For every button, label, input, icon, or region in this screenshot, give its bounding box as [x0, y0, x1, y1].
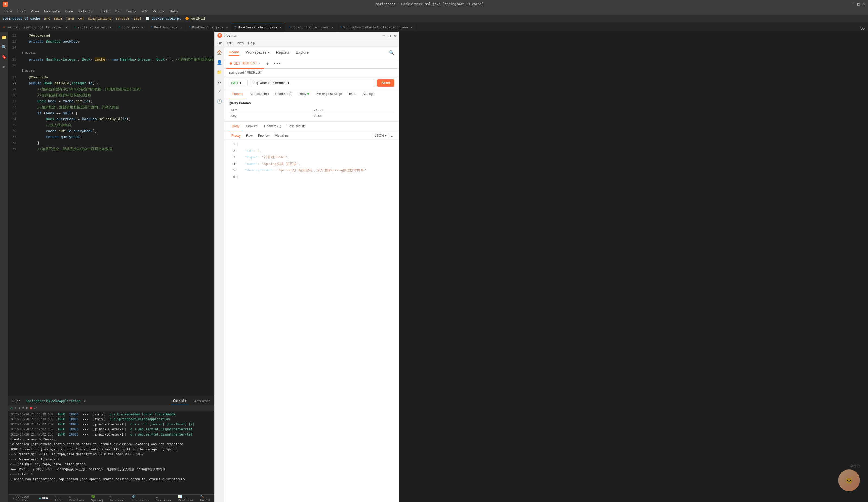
- menu-run[interactable]: Run: [113, 9, 123, 14]
- postman-request-tab[interactable]: GET 测试REST ×: [227, 59, 264, 69]
- postman-user-icon[interactable]: 👤: [216, 59, 223, 65]
- maximize-button[interactable]: □: [857, 2, 860, 6]
- status-tab-version-control[interactable]: ⑂ Version Control: [10, 494, 35, 502]
- run-stop-icon[interactable]: ■: [30, 406, 32, 410]
- postman-clock-icon[interactable]: 🕐: [216, 98, 223, 104]
- postman-add-tab[interactable]: +: [264, 61, 271, 66]
- req-tab-tests[interactable]: Tests: [345, 89, 359, 99]
- status-tab-endpoints[interactable]: 🔗 Endpoints: [130, 494, 151, 502]
- breadcrumb-com[interactable]: com: [78, 17, 84, 20]
- breadcrumb-main[interactable]: main: [54, 17, 62, 20]
- run-expand-icon[interactable]: ⤢: [34, 406, 37, 410]
- menu-navigate[interactable]: Navigate: [42, 9, 62, 14]
- breadcrumb-dingjiaxiong[interactable]: dingjiaxiong: [88, 17, 112, 20]
- tab-close-bookserviceimpl[interactable]: ×: [280, 25, 282, 30]
- menu-help[interactable]: Help: [168, 9, 180, 14]
- tab-pom-xml[interactable]: m pom.xml (springboot_19_cache) ×: [0, 23, 71, 31]
- res-tab-body[interactable]: Body: [229, 122, 242, 131]
- breadcrumb-impl[interactable]: impl: [133, 17, 141, 20]
- postman-folder-icon[interactable]: 📁: [216, 69, 223, 75]
- minimize-button[interactable]: ─: [852, 2, 854, 6]
- req-tab-pre-request[interactable]: Pre-request Script: [312, 89, 345, 99]
- params-key-input[interactable]: [231, 114, 310, 118]
- postman-search-area[interactable]: 🔍: [389, 50, 394, 55]
- status-tab-profiler[interactable]: 📊 Profiler: [176, 494, 196, 502]
- run-restart-icon[interactable]: ↺: [10, 406, 12, 410]
- status-tab-problems[interactable]: ⚠ Problems: [67, 494, 87, 502]
- run-filter-icon[interactable]: ≡: [22, 406, 24, 410]
- req-tab-headers[interactable]: Headers (9): [272, 89, 296, 99]
- postman-menu-view[interactable]: View: [237, 41, 244, 45]
- postman-image-icon[interactable]: 🖼: [216, 88, 223, 95]
- tab-close-springboot19[interactable]: ×: [410, 25, 413, 30]
- menu-edit[interactable]: Edit: [16, 9, 28, 14]
- res-tab-headers[interactable]: Headers (5): [261, 122, 285, 131]
- postman-nav-explore[interactable]: Explore: [296, 50, 309, 55]
- tab-book-java[interactable]: B Book.java ×: [115, 23, 148, 31]
- params-value-input[interactable]: [314, 114, 393, 118]
- tab-springboot19-java[interactable]: S Springboot19CacheApplication.java ×: [337, 23, 416, 31]
- postman-window-controls[interactable]: ─ □ ✕: [383, 33, 396, 38]
- req-tab-authorization[interactable]: Authorization: [246, 89, 272, 99]
- status-tab-spring[interactable]: 🌿 Spring: [89, 494, 105, 502]
- window-controls[interactable]: ─ □ ✕: [852, 2, 865, 6]
- tab-close-pom[interactable]: ×: [66, 25, 68, 30]
- url-input[interactable]: [250, 79, 375, 87]
- postman-menu-help[interactable]: Help: [248, 41, 255, 45]
- req-tab-params[interactable]: Params: [229, 89, 246, 99]
- fmt-tab-preview[interactable]: Preview: [255, 131, 272, 140]
- req-tab-settings[interactable]: Settings: [359, 89, 378, 99]
- postman-data-icon[interactable]: 🗂: [216, 79, 223, 85]
- activity-run[interactable]: ▶: [1, 63, 7, 70]
- res-tab-cookies[interactable]: Cookies: [242, 122, 261, 131]
- tab-bookservice-java[interactable]: I BookService.java ×: [186, 23, 232, 31]
- menu-file[interactable]: File: [2, 9, 14, 14]
- postman-tab-more[interactable]: •••: [271, 61, 283, 66]
- status-tab-todo[interactable]: ✓ TODO: [52, 494, 64, 502]
- menu-view[interactable]: View: [29, 9, 41, 14]
- format-type-dropdown[interactable]: JSON ▾: [373, 133, 389, 139]
- tab-close-book[interactable]: ×: [142, 25, 144, 30]
- tab-close-bookcontroller[interactable]: ×: [331, 25, 333, 30]
- breadcrumb-project[interactable]: springboot_19_cache: [3, 17, 40, 20]
- postman-tab-close[interactable]: ×: [259, 62, 261, 65]
- tab-application-yml[interactable]: ⚙ application.yml ×: [71, 23, 115, 31]
- fmt-wrap-icon[interactable]: ≡: [389, 133, 394, 139]
- code-editor[interactable]: 22 @Autowired 23 private BookDao bookDao…: [8, 32, 214, 397]
- run-settings-icon[interactable]: ⚙: [26, 406, 28, 410]
- tab-bookcontroller-java[interactable]: C BookController.java ×: [285, 23, 337, 31]
- res-tab-test-results[interactable]: Test Results: [285, 122, 309, 131]
- breadcrumb-service[interactable]: service: [116, 17, 130, 20]
- run-tab-actuator[interactable]: Actuator: [192, 398, 212, 404]
- activity-bookmarks[interactable]: 🔖: [1, 53, 7, 60]
- fmt-tab-visualize[interactable]: Visualize: [272, 131, 291, 140]
- send-button[interactable]: Send: [377, 79, 394, 86]
- method-dropdown[interactable]: GET ▾: [229, 80, 248, 86]
- tab-bookserviceimpl-java[interactable]: C BookServiceImpl.java ×: [232, 23, 285, 31]
- tab-close-bookservice[interactable]: ×: [226, 25, 228, 30]
- postman-maximize[interactable]: □: [388, 33, 390, 38]
- postman-home-icon[interactable]: 🏠: [216, 49, 223, 55]
- menu-refactor[interactable]: Refactor: [76, 9, 96, 14]
- postman-menu-edit[interactable]: Edit: [227, 41, 232, 45]
- run-tab-console[interactable]: Console: [171, 398, 189, 404]
- menu-window[interactable]: Window: [151, 9, 167, 14]
- tab-more-button[interactable]: ≫: [857, 26, 868, 31]
- activity-structure[interactable]: 🔍: [1, 44, 7, 50]
- run-scroll-up-icon[interactable]: ↑: [14, 406, 16, 410]
- breadcrumb-class[interactable]: 📄 BookServiceImpl: [146, 17, 181, 20]
- tab-bookdao-java[interactable]: I BookDao.java ×: [148, 23, 186, 31]
- postman-menu-file[interactable]: File: [217, 41, 223, 45]
- breadcrumb-method[interactable]: 🔶 getById: [185, 17, 205, 20]
- tab-close-yml[interactable]: ×: [109, 25, 112, 30]
- status-tab-terminal[interactable]: ⌨ Terminal: [107, 494, 127, 502]
- req-tab-body[interactable]: Body: [296, 89, 312, 99]
- breadcrumb-src[interactable]: src: [44, 17, 50, 20]
- status-tab-services[interactable]: ☁ Services: [154, 494, 174, 502]
- postman-nav-reports[interactable]: Reports: [276, 50, 289, 55]
- menu-build[interactable]: Build: [97, 9, 112, 14]
- postman-search-icon[interactable]: 🔍: [389, 50, 394, 55]
- run-close-tab[interactable]: ×: [84, 399, 86, 403]
- status-tab-run[interactable]: ▶ Run: [37, 495, 50, 501]
- tab-close-bookdao[interactable]: ×: [180, 25, 182, 30]
